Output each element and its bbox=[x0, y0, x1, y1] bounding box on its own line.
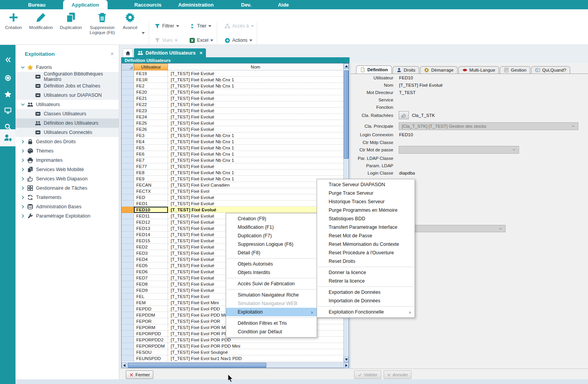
user-cell[interactable]: FE4 bbox=[134, 139, 168, 145]
table-row-fe23[interactable]: FE23[T_TEST] Fixé Evolué bbox=[122, 108, 343, 114]
menu-item-exploitation-fonctionnelle[interactable]: Exploitation Fonctionnelle› bbox=[317, 308, 415, 316]
row-selector[interactable] bbox=[122, 355, 134, 362]
table-row-fe8[interactable]: FE8[T_TEST] Fixé Evolué Nb Cnx 1 bbox=[122, 170, 343, 176]
modification-button[interactable]: Modification bbox=[27, 12, 55, 30]
menu-item-condition-par-d-faut[interactable]: Condition par Défaut bbox=[226, 327, 317, 336]
user-cell[interactable]: FE20 bbox=[134, 89, 168, 95]
row-selector[interactable] bbox=[122, 139, 134, 145]
table-row-fe24[interactable]: FE24[T_TEST] Fixé Evolué bbox=[122, 114, 343, 120]
table-row-fesou[interactable]: FESOU[T_TEST] Fixé Evol Souligné bbox=[122, 349, 343, 355]
row-selector[interactable] bbox=[122, 250, 134, 256]
row-selector[interactable] bbox=[122, 126, 134, 132]
name-cell[interactable]: [T_TEST] Fixé Evolué Nb Cnx 1 bbox=[168, 145, 343, 151]
row-selector[interactable] bbox=[122, 120, 134, 126]
table-row-fed1[interactable]: FED1[T_TEST] Fixé Evolué bbox=[122, 201, 343, 207]
close-panel-icon[interactable]: × bbox=[110, 50, 114, 57]
name-cell[interactable]: [T_TEST] Fixé Evolué Nb Cnx 1 bbox=[168, 77, 343, 83]
user-cell[interactable]: FE21 bbox=[134, 95, 168, 101]
table-row-fe20[interactable]: FE20[T_TEST] Fixé Evolué bbox=[122, 89, 343, 95]
name-cell[interactable]: [T_TEST] Fixé Evol POR PDD Mini bbox=[168, 343, 343, 349]
menu-item-exportation-de-donn-es[interactable]: Exportation de Données bbox=[317, 288, 415, 297]
name-cell[interactable]: [T_TEST] Fixé Evolué bbox=[168, 101, 343, 108]
user-cell[interactable]: FED5 bbox=[134, 262, 168, 269]
row-selector[interactable] bbox=[122, 114, 134, 120]
user-cell[interactable]: FEM bbox=[134, 300, 168, 306]
name-cell[interactable]: [T_TEST] Fixé Evolué Nb Cnx 1 bbox=[168, 157, 343, 163]
tree-item-imprimantes[interactable]: Imprimantes bbox=[15, 156, 119, 165]
menu-item-duplication-f7[interactable]: Duplication (F7) bbox=[226, 231, 317, 240]
user-cell[interactable]: FED6 bbox=[134, 269, 168, 275]
user-cell[interactable]: FECAN bbox=[134, 182, 168, 188]
name-cell[interactable]: [T_TEST] Fixé Evolué bbox=[168, 126, 343, 132]
user-cell[interactable]: FED14 bbox=[134, 231, 168, 238]
user-cell[interactable]: FED9 bbox=[134, 287, 168, 293]
select-cla_principale[interactable]: [Cla_T_STK] [T_TEST] Gestion des stocks bbox=[399, 122, 578, 130]
row-selector[interactable] bbox=[122, 349, 134, 355]
row-selector[interactable] bbox=[122, 300, 134, 306]
chevron-right-icon[interactable] bbox=[20, 213, 26, 219]
row-selector[interactable] bbox=[122, 337, 134, 343]
tree-item-classes-utilisateurs[interactable]: Classes Utilisateurs bbox=[15, 109, 119, 118]
row-selector[interactable] bbox=[122, 101, 134, 108]
user-cell[interactable]: FE9 bbox=[134, 176, 168, 182]
user-cell[interactable]: FED7 bbox=[134, 275, 168, 281]
column-header-nom[interactable]: Nom bbox=[168, 63, 343, 70]
name-cell[interactable]: [T_TEST] Fixé Evolué Nb Cnx 1 bbox=[168, 151, 343, 157]
table-row-fe4[interactable]: FE4[T_TEST] Fixé Evolué Nb Cnx 1 bbox=[122, 139, 343, 145]
row-selector[interactable] bbox=[122, 287, 134, 293]
menu-item-objets-interdits[interactable]: Objets Interdits bbox=[226, 268, 317, 277]
row-selector[interactable] bbox=[122, 170, 134, 176]
detail-tab-qui-quand[interactable]: Qui,Quand? bbox=[531, 66, 570, 74]
user-cell[interactable]: FED bbox=[134, 194, 168, 201]
row-selector[interactable] bbox=[122, 269, 134, 275]
excel-button[interactable]: Excel bbox=[189, 36, 213, 45]
user-cell[interactable]: FEUNSPDD bbox=[134, 355, 168, 362]
user-cell[interactable]: FE77 bbox=[134, 163, 168, 170]
menu-item-purge-programmes-en-m-moire[interactable]: Purge Programmes en Mémoire bbox=[317, 206, 415, 214]
user-cell[interactable]: FE19 bbox=[134, 70, 168, 77]
table-row-fe21[interactable]: FE21[T_TEST] Fixé Evolué bbox=[122, 95, 343, 101]
vertical-scroll-thumb[interactable] bbox=[344, 70, 349, 159]
tree-item-traitements[interactable]: Traitements bbox=[15, 193, 119, 202]
user-cell[interactable]: FEPOR bbox=[134, 318, 168, 324]
scroll-left-button[interactable] bbox=[122, 363, 127, 368]
select-ctr_mot_de_passe[interactable] bbox=[399, 146, 519, 154]
row-selector[interactable] bbox=[122, 70, 134, 77]
row-selector[interactable] bbox=[122, 145, 134, 151]
suppression-logique-button[interactable]: Suppression Logique (F6) bbox=[87, 12, 118, 35]
user-cell[interactable]: FE24 bbox=[134, 114, 168, 120]
tree-item-administration-bases[interactable]: Administration Bases bbox=[15, 202, 119, 211]
menu-item-d-tail-f8[interactable]: Détail (F8) bbox=[226, 249, 317, 257]
tree-item-param-trage-exploitation[interactable]: Paramétrage Exploitation bbox=[15, 211, 119, 221]
menu-item-dev[interactable]: Dev. bbox=[231, 0, 261, 9]
user-cell[interactable]: FED10 bbox=[134, 207, 168, 213]
row-selector[interactable] bbox=[122, 331, 134, 337]
row-selector[interactable] bbox=[122, 207, 134, 213]
tab-definition-utilisateurs[interactable]: Définition Utilisateurs × bbox=[134, 48, 206, 57]
user-cell[interactable]: FE22 bbox=[134, 101, 168, 108]
filtrer-button[interactable]: Filtrer bbox=[154, 22, 179, 30]
name-cell[interactable]: [T_TEST] Fixé Evolué Nb Cnx 1 bbox=[168, 83, 343, 89]
name-cell[interactable]: [T_TEST] Fixé Evolué bbox=[168, 70, 343, 77]
tree-item-favoris[interactable]: Favoris bbox=[15, 63, 119, 72]
row-selector[interactable] bbox=[122, 275, 134, 281]
name-cell[interactable]: [T_TEST] Fixé Evolué Nb Cnx 1 bbox=[168, 139, 343, 145]
actions-button[interactable]: Actions bbox=[225, 36, 252, 45]
menu-item-application[interactable]: Application bbox=[63, 0, 108, 9]
rail-item-favorites[interactable] bbox=[0, 86, 15, 102]
row-selector[interactable] bbox=[122, 95, 134, 101]
name-cell[interactable]: [T_TEST] Fixé Evol POR PDD bbox=[168, 337, 343, 343]
row-selector[interactable] bbox=[122, 244, 134, 250]
row-selector[interactable] bbox=[122, 318, 134, 324]
horizontal-scroll-thumb[interactable] bbox=[128, 363, 266, 368]
row-selector[interactable] bbox=[122, 188, 134, 194]
menu-item-statistiques-bdd[interactable]: Statistiques BDD bbox=[317, 214, 415, 223]
row-selector[interactable] bbox=[122, 89, 134, 95]
avance-button[interactable]: Avancé bbox=[119, 12, 141, 30]
user-cell[interactable]: FE2 bbox=[134, 83, 168, 89]
menu-item-importation-de-donn-es[interactable]: Importation de Données bbox=[317, 297, 415, 305]
row-selector[interactable] bbox=[122, 256, 134, 262]
table-row-fe9[interactable]: FE9[T_TEST] Fixé Evolué Nb Cnx 1 bbox=[122, 176, 343, 182]
picker-cla_rattachees[interactable] bbox=[399, 111, 409, 119]
name-cell[interactable]: [T_TEST] Fixé Evolué Nb Cnx 1 bbox=[168, 132, 343, 139]
